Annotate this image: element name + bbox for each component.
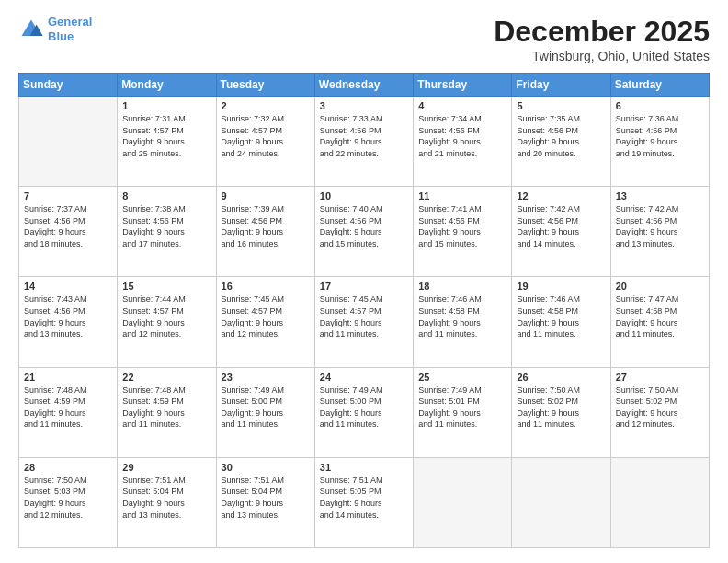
- day-number: 10: [320, 190, 408, 201]
- calendar-cell: 26Sunrise: 7:50 AM Sunset: 5:02 PM Dayli…: [512, 367, 610, 457]
- col-header-wednesday: Wednesday: [314, 74, 413, 97]
- day-number: 8: [122, 190, 210, 201]
- day-number: 23: [222, 372, 310, 383]
- calendar-cell: 7Sunrise: 7:37 AM Sunset: 4:56 PM Daylig…: [19, 187, 118, 277]
- calendar-cell: 27Sunrise: 7:50 AM Sunset: 5:02 PM Dayli…: [610, 367, 709, 457]
- calendar-cell: 20Sunrise: 7:47 AM Sunset: 4:58 PM Dayli…: [610, 277, 709, 367]
- day-number: 2: [222, 100, 310, 111]
- day-info: Sunrise: 7:50 AM Sunset: 5:02 PM Dayligh…: [517, 385, 605, 431]
- day-info: Sunrise: 7:48 AM Sunset: 4:59 PM Dayligh…: [24, 385, 112, 431]
- day-info: Sunrise: 7:50 AM Sunset: 5:02 PM Dayligh…: [616, 385, 704, 431]
- calendar-cell: 13Sunrise: 7:42 AM Sunset: 4:56 PM Dayli…: [610, 187, 709, 277]
- month-title: December 2025: [494, 15, 710, 49]
- calendar-cell: 6Sunrise: 7:36 AM Sunset: 4:56 PM Daylig…: [610, 97, 709, 187]
- location-title: Twinsburg, Ohio, United States: [494, 49, 710, 63]
- calendar-cell: 15Sunrise: 7:44 AM Sunset: 4:57 PM Dayli…: [118, 277, 216, 367]
- day-info: Sunrise: 7:46 AM Sunset: 4:58 PM Dayligh…: [517, 293, 605, 339]
- day-info: Sunrise: 7:51 AM Sunset: 5:05 PM Dayligh…: [320, 475, 408, 521]
- calendar-cell: [414, 457, 512, 547]
- logo: General Blue: [18, 15, 92, 43]
- calendar-cell: 30Sunrise: 7:51 AM Sunset: 5:04 PM Dayli…: [216, 457, 314, 547]
- day-info: Sunrise: 7:43 AM Sunset: 4:56 PM Dayligh…: [24, 293, 112, 339]
- logo-text: General Blue: [48, 15, 92, 43]
- col-header-friday: Friday: [512, 74, 610, 97]
- day-info: Sunrise: 7:31 AM Sunset: 4:57 PM Dayligh…: [122, 113, 210, 159]
- day-number: 3: [320, 100, 408, 111]
- col-header-sunday: Sunday: [19, 74, 118, 97]
- day-number: 4: [418, 100, 506, 111]
- col-header-tuesday: Tuesday: [216, 74, 314, 97]
- calendar-cell: 24Sunrise: 7:49 AM Sunset: 5:00 PM Dayli…: [314, 367, 413, 457]
- page: General Blue December 2025 Twinsburg, Oh…: [0, 0, 728, 563]
- day-number: 7: [24, 190, 112, 201]
- day-info: Sunrise: 7:49 AM Sunset: 5:00 PM Dayligh…: [222, 385, 310, 431]
- day-info: Sunrise: 7:37 AM Sunset: 4:56 PM Dayligh…: [24, 203, 112, 249]
- day-number: 15: [122, 281, 210, 292]
- day-number: 1: [122, 100, 210, 111]
- day-info: Sunrise: 7:42 AM Sunset: 4:56 PM Dayligh…: [616, 203, 704, 249]
- day-number: 21: [24, 372, 112, 383]
- day-info: Sunrise: 7:34 AM Sunset: 4:56 PM Dayligh…: [418, 113, 506, 159]
- header: General Blue December 2025 Twinsburg, Oh…: [18, 15, 710, 63]
- calendar-cell: 12Sunrise: 7:42 AM Sunset: 4:56 PM Dayli…: [512, 187, 610, 277]
- day-info: Sunrise: 7:45 AM Sunset: 4:57 PM Dayligh…: [320, 293, 408, 339]
- day-number: 19: [517, 281, 605, 292]
- calendar-cell: [512, 457, 610, 547]
- calendar-cell: 21Sunrise: 7:48 AM Sunset: 4:59 PM Dayli…: [19, 367, 118, 457]
- calendar-cell: 9Sunrise: 7:39 AM Sunset: 4:56 PM Daylig…: [216, 187, 314, 277]
- day-info: Sunrise: 7:51 AM Sunset: 5:04 PM Dayligh…: [222, 475, 310, 521]
- day-number: 16: [222, 281, 310, 292]
- day-number: 27: [616, 372, 704, 383]
- calendar-cell: 22Sunrise: 7:48 AM Sunset: 4:59 PM Dayli…: [118, 367, 216, 457]
- calendar-week-1: 1Sunrise: 7:31 AM Sunset: 4:57 PM Daylig…: [19, 97, 710, 187]
- day-number: 29: [122, 462, 210, 473]
- calendar-cell: 5Sunrise: 7:35 AM Sunset: 4:56 PM Daylig…: [512, 97, 610, 187]
- day-info: Sunrise: 7:45 AM Sunset: 4:57 PM Dayligh…: [222, 293, 310, 339]
- calendar-week-4: 21Sunrise: 7:48 AM Sunset: 4:59 PM Dayli…: [19, 367, 710, 457]
- calendar-week-2: 7Sunrise: 7:37 AM Sunset: 4:56 PM Daylig…: [19, 187, 710, 277]
- calendar-cell: 4Sunrise: 7:34 AM Sunset: 4:56 PM Daylig…: [414, 97, 512, 187]
- day-info: Sunrise: 7:44 AM Sunset: 4:57 PM Dayligh…: [122, 293, 210, 339]
- day-number: 6: [616, 100, 704, 111]
- day-number: 30: [222, 462, 310, 473]
- day-info: Sunrise: 7:41 AM Sunset: 4:56 PM Dayligh…: [418, 203, 506, 249]
- calendar-cell: 25Sunrise: 7:49 AM Sunset: 5:01 PM Dayli…: [414, 367, 512, 457]
- day-info: Sunrise: 7:32 AM Sunset: 4:57 PM Dayligh…: [222, 113, 310, 159]
- day-info: Sunrise: 7:49 AM Sunset: 5:01 PM Dayligh…: [418, 385, 506, 431]
- day-info: Sunrise: 7:50 AM Sunset: 5:03 PM Dayligh…: [24, 475, 112, 521]
- calendar-table: SundayMondayTuesdayWednesdayThursdayFrid…: [18, 73, 710, 548]
- day-number: 31: [320, 462, 408, 473]
- calendar-cell: 19Sunrise: 7:46 AM Sunset: 4:58 PM Dayli…: [512, 277, 610, 367]
- calendar-cell: 8Sunrise: 7:38 AM Sunset: 4:56 PM Daylig…: [118, 187, 216, 277]
- day-number: 24: [320, 372, 408, 383]
- calendar-week-3: 14Sunrise: 7:43 AM Sunset: 4:56 PM Dayli…: [19, 277, 710, 367]
- day-number: 11: [418, 190, 506, 201]
- day-number: 28: [24, 462, 112, 473]
- calendar-cell: 23Sunrise: 7:49 AM Sunset: 5:00 PM Dayli…: [216, 367, 314, 457]
- day-number: 14: [24, 281, 112, 292]
- calendar-cell: [610, 457, 709, 547]
- col-header-monday: Monday: [118, 74, 216, 97]
- calendar-cell: 14Sunrise: 7:43 AM Sunset: 4:56 PM Dayli…: [19, 277, 118, 367]
- calendar-cell: 29Sunrise: 7:51 AM Sunset: 5:04 PM Dayli…: [118, 457, 216, 547]
- day-number: 18: [418, 281, 506, 292]
- calendar-cell: 10Sunrise: 7:40 AM Sunset: 4:56 PM Dayli…: [314, 187, 413, 277]
- day-info: Sunrise: 7:46 AM Sunset: 4:58 PM Dayligh…: [418, 293, 506, 339]
- day-info: Sunrise: 7:42 AM Sunset: 4:56 PM Dayligh…: [517, 203, 605, 249]
- logo-icon: [18, 17, 44, 42]
- day-number: 22: [122, 372, 210, 383]
- day-number: 12: [517, 190, 605, 201]
- day-info: Sunrise: 7:51 AM Sunset: 5:04 PM Dayligh…: [122, 475, 210, 521]
- day-info: Sunrise: 7:49 AM Sunset: 5:00 PM Dayligh…: [320, 385, 408, 431]
- day-info: Sunrise: 7:48 AM Sunset: 4:59 PM Dayligh…: [122, 385, 210, 431]
- title-block: December 2025 Twinsburg, Ohio, United St…: [494, 15, 710, 63]
- day-info: Sunrise: 7:33 AM Sunset: 4:56 PM Dayligh…: [320, 113, 408, 159]
- calendar-week-5: 28Sunrise: 7:50 AM Sunset: 5:03 PM Dayli…: [19, 457, 710, 547]
- day-number: 17: [320, 281, 408, 292]
- day-info: Sunrise: 7:39 AM Sunset: 4:56 PM Dayligh…: [222, 203, 310, 249]
- calendar-cell: [19, 97, 118, 187]
- calendar-cell: 16Sunrise: 7:45 AM Sunset: 4:57 PM Dayli…: [216, 277, 314, 367]
- col-header-saturday: Saturday: [610, 74, 709, 97]
- day-number: 9: [222, 190, 310, 201]
- day-info: Sunrise: 7:40 AM Sunset: 4:56 PM Dayligh…: [320, 203, 408, 249]
